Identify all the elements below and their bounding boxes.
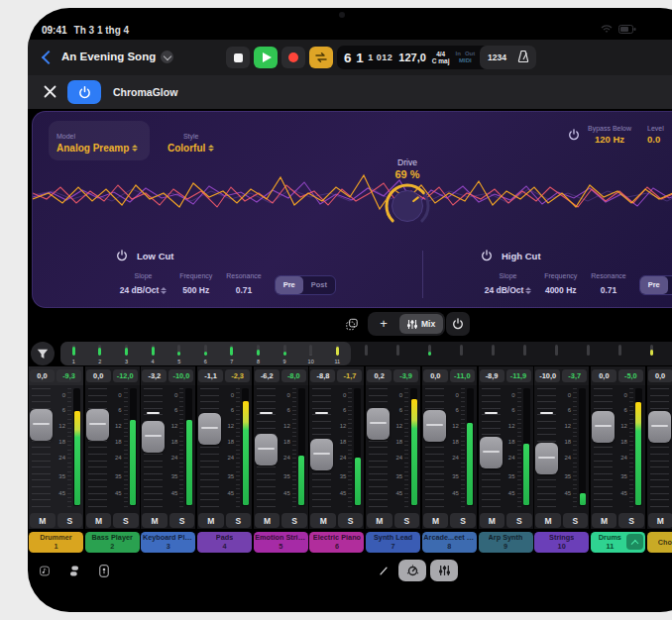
overview-channel[interactable]: 9 bbox=[272, 342, 298, 365]
drive-knob[interactable] bbox=[383, 181, 432, 231]
overview-channel[interactable] bbox=[605, 342, 636, 365]
loops-browser-button[interactable] bbox=[34, 560, 56, 581]
level-value[interactable]: 0.0 bbox=[647, 134, 664, 145]
solo-button[interactable]: S bbox=[618, 513, 644, 528]
overview-channel[interactable]: 5 bbox=[166, 342, 192, 365]
mute-button[interactable]: M bbox=[367, 513, 392, 528]
track-tab[interactable]: Drummer1 bbox=[29, 532, 83, 553]
solo-button[interactable]: S bbox=[169, 513, 195, 528]
track-tab[interactable]: Pads4 bbox=[197, 532, 252, 553]
solo-button[interactable]: S bbox=[338, 513, 364, 528]
overview-channel[interactable]: 4 bbox=[140, 342, 167, 365]
overview-channel[interactable]: 11 bbox=[324, 342, 351, 365]
close-icon[interactable] bbox=[44, 85, 56, 98]
cycle-button[interactable] bbox=[309, 47, 333, 68]
count-in-button[interactable]: 1234 bbox=[484, 52, 510, 62]
fader-handle[interactable] bbox=[648, 411, 671, 443]
bypass-value[interactable]: 120 Hz bbox=[595, 134, 624, 145]
fader-handle[interactable] bbox=[142, 421, 165, 453]
lcd-display[interactable]: 6 1 1 012 127,0 4/4 C maj In Out MIDI bbox=[337, 46, 490, 69]
solo-button[interactable]: S bbox=[113, 513, 139, 528]
high-cut-power-button[interactable] bbox=[481, 250, 493, 261]
mute-button[interactable]: M bbox=[310, 513, 336, 528]
overview-channel[interactable]: 2 bbox=[87, 342, 114, 365]
play-surface-button[interactable] bbox=[93, 560, 115, 581]
mixer-view-button[interactable] bbox=[430, 560, 458, 581]
overview-channel[interactable] bbox=[446, 342, 478, 365]
low-cut-frequency-control[interactable]: Frequency 500 Hz bbox=[170, 272, 221, 297]
overview-channel[interactable]: 6 bbox=[192, 342, 219, 365]
pre-button[interactable]: Pre bbox=[640, 276, 668, 294]
track-tab[interactable]: Chorus V bbox=[647, 532, 672, 553]
mixer-power-button[interactable] bbox=[446, 312, 470, 336]
metronome-button[interactable] bbox=[514, 50, 532, 65]
overview-channel[interactable] bbox=[509, 342, 541, 365]
mute-button[interactable]: M bbox=[592, 513, 617, 528]
low-cut-resonance-control[interactable]: Resonance 0.71 bbox=[221, 272, 266, 297]
solo-button[interactable]: S bbox=[281, 513, 307, 528]
overview-channel[interactable]: 10 bbox=[297, 342, 324, 365]
mute-button[interactable]: M bbox=[535, 513, 561, 528]
fader-handle[interactable] bbox=[480, 437, 503, 468]
overview-channel[interactable]: 3 bbox=[113, 342, 140, 365]
overview-channel[interactable] bbox=[478, 342, 509, 365]
fader-handle[interactable] bbox=[255, 434, 278, 465]
play-button[interactable] bbox=[254, 47, 278, 68]
solo-button[interactable]: S bbox=[450, 513, 476, 528]
bypass-power-button[interactable] bbox=[568, 129, 580, 141]
solo-button[interactable]: S bbox=[57, 513, 83, 528]
filter-button[interactable] bbox=[31, 342, 55, 365]
solo-button[interactable]: S bbox=[394, 513, 420, 528]
mute-button[interactable]: M bbox=[86, 513, 112, 528]
song-title[interactable]: An Evening Song bbox=[61, 51, 156, 62]
fader-handle[interactable] bbox=[198, 413, 221, 445]
post-button[interactable]: Post bbox=[668, 276, 672, 294]
style-selector[interactable]: Style Colorful bbox=[168, 125, 214, 154]
pre-button[interactable]: Pre bbox=[276, 276, 303, 294]
overview-channel[interactable] bbox=[541, 342, 573, 365]
fader-handle[interactable] bbox=[310, 439, 333, 470]
track-tab[interactable]: Arp Synth9 bbox=[479, 532, 533, 553]
solo-button[interactable]: S bbox=[563, 513, 589, 528]
mute-button[interactable]: M bbox=[648, 513, 672, 528]
track-tab[interactable]: Keyboard Player3 bbox=[141, 532, 195, 553]
sound-library-button[interactable] bbox=[63, 560, 85, 581]
low-cut-slope-control[interactable]: Slope 24 dB/Oct bbox=[116, 272, 170, 297]
mute-button[interactable]: M bbox=[423, 513, 449, 528]
track-tab[interactable]: Drums11 bbox=[591, 532, 645, 553]
duplicate-button[interactable] bbox=[340, 312, 364, 336]
overview-strip[interactable]: 1234567891011 bbox=[60, 342, 672, 365]
track-tab[interactable]: Bass Player2 bbox=[85, 532, 140, 553]
solo-button[interactable]: S bbox=[506, 513, 532, 528]
fader-handle[interactable] bbox=[592, 411, 615, 443]
track-tab[interactable]: Emotion Strings5 bbox=[254, 532, 308, 553]
mute-button[interactable]: M bbox=[480, 513, 505, 528]
overview-channel[interactable] bbox=[573, 342, 605, 365]
low-cut-power-button[interactable] bbox=[116, 250, 128, 261]
overview-highlight[interactable]: 1234567891011 bbox=[60, 342, 351, 365]
high-cut-resonance-control[interactable]: Resonance 0.71 bbox=[586, 272, 630, 297]
mute-button[interactable]: M bbox=[30, 513, 56, 528]
overview-channel[interactable]: 8 bbox=[245, 342, 272, 365]
model-selector[interactable]: Model Analog Preamp bbox=[49, 121, 150, 160]
overview-channel[interactable] bbox=[414, 342, 446, 365]
back-chevron-icon[interactable] bbox=[42, 51, 56, 64]
post-button[interactable]: Post bbox=[303, 276, 335, 294]
high-cut-frequency-control[interactable]: Frequency 4000 Hz bbox=[535, 272, 586, 297]
overview-channel[interactable]: 7 bbox=[219, 342, 246, 365]
mute-button[interactable]: M bbox=[198, 513, 224, 528]
solo-button[interactable]: S bbox=[226, 513, 252, 528]
track-tab[interactable]: Synth Lead7 bbox=[366, 532, 420, 553]
overview-channel[interactable] bbox=[383, 342, 414, 365]
overview-channel[interactable] bbox=[636, 342, 668, 365]
track-tab[interactable]: Electric Piano6 bbox=[309, 532, 364, 553]
fader-handle[interactable] bbox=[30, 409, 53, 441]
song-title-chevron-button[interactable] bbox=[161, 51, 173, 63]
fader-handle[interactable] bbox=[86, 409, 109, 441]
mix-button[interactable]: Mix bbox=[399, 314, 443, 334]
add-plugin-button[interactable]: + bbox=[370, 314, 397, 334]
fader-handle[interactable] bbox=[535, 443, 558, 474]
collapse-chevron-button[interactable] bbox=[626, 534, 643, 550]
mute-button[interactable]: M bbox=[142, 513, 168, 528]
track-tab[interactable]: Arcade...eet Pad8 bbox=[422, 532, 477, 553]
